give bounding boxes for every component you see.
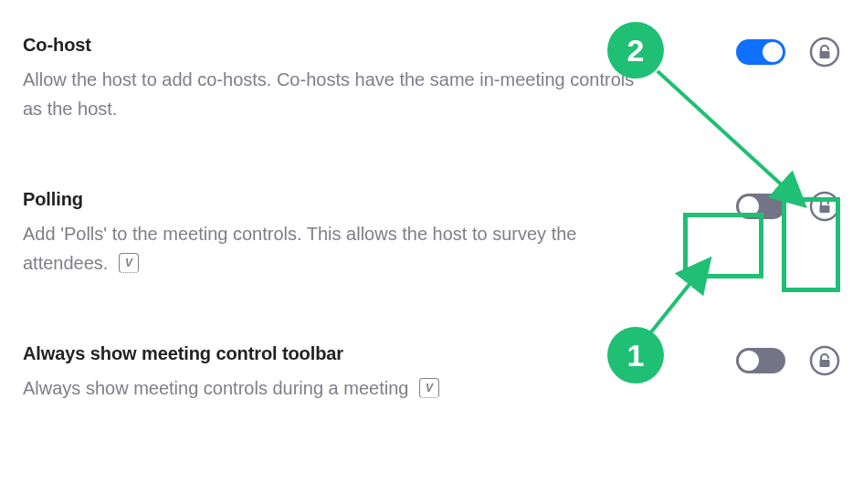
svg-rect-3: [820, 205, 830, 213]
setting-controls: [703, 35, 840, 68]
setting-title: Co-host: [23, 35, 644, 56]
setting-text: Always show meeting control toolbar Alwa…: [23, 343, 644, 403]
setting-description: Allow the host to add co-hosts. Co-hosts…: [23, 65, 644, 123]
lock-icon[interactable]: [809, 191, 840, 222]
toggle-toolbar[interactable]: [736, 348, 785, 373]
setting-controls: [703, 343, 840, 376]
setting-title: Polling: [23, 189, 644, 210]
toggle-polling[interactable]: [736, 194, 785, 219]
version-badge-icon[interactable]: V: [419, 378, 439, 398]
lock-icon[interactable]: [809, 37, 840, 68]
setting-description: Always show meeting controls during a me…: [23, 373, 644, 403]
setting-title: Always show meeting control toolbar: [23, 343, 644, 364]
setting-text: Co-host Allow the host to add co-hosts. …: [23, 35, 644, 123]
setting-text: Polling Add 'Polls' to the meeting contr…: [23, 189, 644, 278]
svg-rect-1: [820, 51, 830, 58]
lock-icon[interactable]: [809, 345, 840, 376]
setting-description: Add 'Polls' to the meeting controls. Thi…: [23, 219, 644, 278]
svg-rect-5: [820, 360, 830, 367]
setting-row-cohost: Co-host Allow the host to add co-hosts. …: [23, 35, 840, 123]
setting-row-toolbar: Always show meeting control toolbar Alwa…: [23, 343, 840, 403]
version-badge-icon[interactable]: V: [119, 253, 139, 273]
setting-row-polling: Polling Add 'Polls' to the meeting contr…: [23, 189, 840, 278]
settings-list: Co-host Allow the host to add co-hosts. …: [23, 35, 840, 403]
setting-controls: [703, 189, 840, 222]
toggle-cohost[interactable]: [736, 39, 785, 65]
